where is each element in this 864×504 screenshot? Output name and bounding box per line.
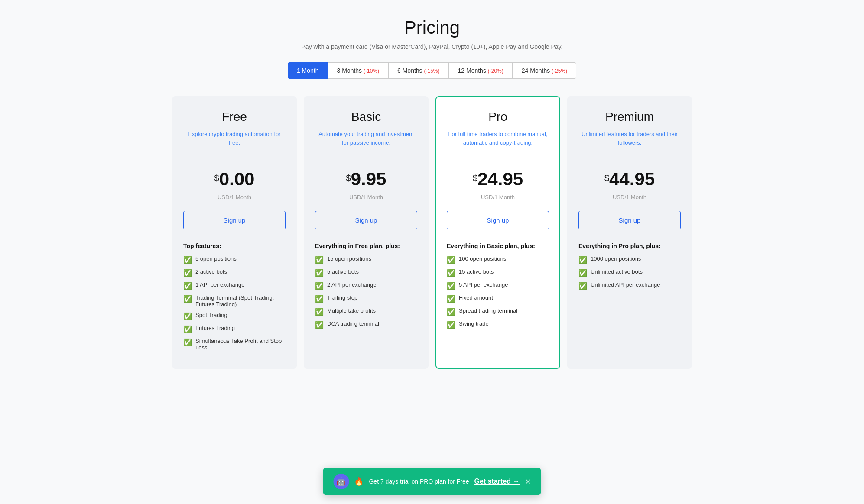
plan-name-free: Free <box>183 110 286 124</box>
plan-price-container-free: $0.00 <box>183 169 286 190</box>
features-header-basic: Everything in Free plan, plus: <box>315 242 417 249</box>
plan-period-free: USD/1 Month <box>183 194 286 200</box>
features-header-pro: Everything in Basic plan, plus: <box>447 242 549 249</box>
billing-tab-12months[interactable]: 12 Months (-20%) <box>449 62 513 79</box>
feature-item: ✅ 1000 open positions <box>578 255 681 264</box>
check-icon: ✅ <box>315 308 324 316</box>
feature-item: ✅ Unlimited API per exchange <box>578 281 681 290</box>
billing-tab-6months[interactable]: 6 Months (-15%) <box>388 62 449 79</box>
feature-item: ✅ Unlimited active bots <box>578 268 681 277</box>
plan-price-container-premium: $44.95 <box>578 169 681 190</box>
feature-item: ✅ DCA trading terminal <box>315 320 417 329</box>
feature-text: Unlimited active bots <box>591 268 643 275</box>
plan-card-premium: Premium Unlimited features for traders a… <box>567 96 692 369</box>
feature-text: 2 active bots <box>195 268 227 275</box>
feature-text: 1000 open positions <box>591 255 641 262</box>
feature-item: ✅ 15 open positions <box>315 255 417 264</box>
check-icon: ✅ <box>183 295 192 303</box>
feature-text: DCA trading terminal <box>327 320 379 327</box>
feature-item: ✅ Trailing stop <box>315 294 417 303</box>
feature-item: ✅ 1 API per exchange <box>183 281 286 290</box>
check-icon: ✅ <box>447 282 455 290</box>
feature-text: 1 API per exchange <box>195 281 244 288</box>
check-icon: ✅ <box>315 282 324 290</box>
check-icon: ✅ <box>578 269 587 277</box>
plan-description-pro: For full time traders to combine manual,… <box>447 130 549 156</box>
feature-text: 15 active bots <box>459 268 494 275</box>
billing-tabs: 1 Month3 Months (-10%)6 Months (-15%)12 … <box>9 62 855 79</box>
check-icon: ✅ <box>578 282 587 290</box>
plan-card-pro: Pro For full time traders to combine man… <box>435 96 560 369</box>
feature-text: 5 API per exchange <box>459 281 508 288</box>
plan-card-free: Free Explore crypto trading automation f… <box>172 96 297 369</box>
feature-item: ✅ Spot Trading <box>183 312 286 320</box>
feature-text: Spread trading terminal <box>459 307 517 314</box>
plan-price-premium: $44.95 <box>604 169 655 189</box>
plan-description-premium: Unlimited features for traders and their… <box>578 130 681 156</box>
check-icon: ✅ <box>183 325 192 333</box>
feature-item: ✅ Swing trade <box>447 320 549 329</box>
features-header-free: Top features: <box>183 242 286 249</box>
signup-button-free[interactable]: Sign up <box>183 211 286 229</box>
plan-name-basic: Basic <box>315 110 417 124</box>
check-icon: ✅ <box>183 269 192 277</box>
check-icon: ✅ <box>447 295 455 303</box>
signup-button-pro[interactable]: Sign up <box>447 211 549 229</box>
currency-symbol: $ <box>473 173 477 183</box>
feature-item: ✅ Futures Trading <box>183 325 286 333</box>
feature-text: Unlimited API per exchange <box>591 281 660 288</box>
plan-price-pro: $24.95 <box>473 169 523 189</box>
page-header: Pricing Pay with a payment card (Visa or… <box>9 17 855 79</box>
billing-tab-3months[interactable]: 3 Months (-10%) <box>328 62 389 79</box>
check-icon: ✅ <box>447 269 455 277</box>
plan-card-basic: Basic Automate your trading and investme… <box>304 96 429 369</box>
plan-period-pro: USD/1 Month <box>447 194 549 200</box>
check-icon: ✅ <box>447 308 455 316</box>
page-title: Pricing <box>9 17 855 38</box>
feature-text: 2 API per exchange <box>327 281 376 288</box>
feature-text: 15 open positions <box>327 255 371 262</box>
feature-text: Multiple take profits <box>327 307 376 314</box>
plans-container: Free Explore crypto trading automation f… <box>172 96 692 369</box>
check-icon: ✅ <box>447 321 455 329</box>
currency-symbol: $ <box>604 173 609 183</box>
promo-fire-icon: 🔥 <box>354 477 364 486</box>
plan-price-basic: $9.95 <box>346 169 387 189</box>
billing-tab-24months[interactable]: 24 Months (-25%) <box>513 62 576 79</box>
feature-item: ✅ 2 active bots <box>183 268 286 277</box>
plan-price-free: $0.00 <box>214 169 255 189</box>
promo-text: Get 7 days trial on PRO plan for Free <box>369 478 469 485</box>
feature-text: Trading Terminal (Spot Trading, Futures … <box>195 294 286 307</box>
plan-description-free: Explore crypto trading automation for fr… <box>183 130 286 156</box>
feature-item: ✅ 5 active bots <box>315 268 417 277</box>
feature-item: ✅ Fixed amount <box>447 294 549 303</box>
plan-period-basic: USD/1 Month <box>315 194 417 200</box>
feature-text: Simultaneous Take Profit and Stop Loss <box>195 338 286 351</box>
promo-cta-button[interactable]: Get started → <box>474 478 520 485</box>
signup-button-premium[interactable]: Sign up <box>578 211 681 229</box>
feature-item: ✅ Simultaneous Take Profit and Stop Loss <box>183 338 286 351</box>
feature-item: ✅ 5 API per exchange <box>447 281 549 290</box>
check-icon: ✅ <box>315 295 324 303</box>
feature-text: 5 open positions <box>195 255 237 262</box>
check-icon: ✅ <box>183 256 192 264</box>
feature-text: Futures Trading <box>195 325 235 331</box>
feature-item: ✅ Multiple take profits <box>315 307 417 316</box>
currency-symbol: $ <box>346 173 351 183</box>
promo-close-button[interactable]: ✕ <box>525 478 531 486</box>
plan-description-basic: Automate your trading and investment for… <box>315 130 417 156</box>
plan-price-container-basic: $9.95 <box>315 169 417 190</box>
feature-text: Fixed amount <box>459 294 493 301</box>
plan-period-premium: USD/1 Month <box>578 194 681 200</box>
plan-price-container-pro: $24.95 <box>447 169 549 190</box>
check-icon: ✅ <box>183 282 192 290</box>
features-header-premium: Everything in Pro plan, plus: <box>578 242 681 249</box>
check-icon: ✅ <box>315 321 324 329</box>
signup-button-basic[interactable]: Sign up <box>315 211 417 229</box>
plan-name-premium: Premium <box>578 110 681 124</box>
billing-tab-1month[interactable]: 1 Month <box>288 62 328 79</box>
check-icon: ✅ <box>315 269 324 277</box>
check-icon: ✅ <box>183 338 192 346</box>
feature-item: ✅ 2 API per exchange <box>315 281 417 290</box>
check-icon: ✅ <box>183 312 192 320</box>
